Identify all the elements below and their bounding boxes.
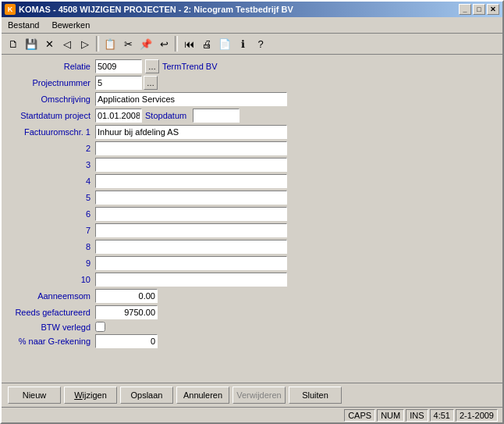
title-bar-title: K KOMAS - 4508 WIJZIGEN PROJECTEN - 2: N… [5, 4, 293, 15]
factuuromschr2-input[interactable] [95, 141, 287, 155]
factuuromschr4-input[interactable] [95, 174, 287, 188]
factuur10-row: 10 [9, 273, 495, 287]
toolbar-copyfiles[interactable]: 📋 [101, 35, 119, 52]
app-icon: K [5, 4, 16, 15]
factuur6-row: 6 [9, 207, 495, 221]
factuur9-row: 9 [9, 256, 495, 270]
nieuw-button[interactable]: Nieuw [8, 387, 61, 404]
factuuromschr7-input[interactable] [95, 223, 287, 237]
date-pane: 2-1-2009 [456, 409, 498, 422]
close-button[interactable]: ✕ [487, 4, 499, 15]
startdatum-input[interactable] [95, 109, 142, 123]
factuuromschr9-input[interactable] [95, 256, 287, 270]
btw-checkbox[interactable] [95, 322, 105, 332]
toolbar: 🗋 💾 ✕ ◁ ▷ 📋 ✂ 📌 ↩ ⏮ 🖨 📄 ℹ ? [2, 34, 502, 55]
factuuromschr10-input[interactable] [95, 273, 287, 287]
factuuromschr-label: Factuuromschr. 1 [9, 127, 95, 137]
annuleren-button[interactable]: Annuleren [176, 387, 229, 404]
reeds-input[interactable] [95, 305, 158, 319]
aanneemsom-input[interactable] [95, 289, 158, 303]
startdatum-label: Startdatum project [9, 111, 95, 120]
factuur5-label: 5 [9, 193, 95, 202]
time-pane: 4:51 [430, 409, 454, 422]
title-bar: K KOMAS - 4508 WIJZIGEN PROJECTEN - 2: N… [2, 2, 502, 17]
factuuromschr1-input[interactable] [95, 125, 287, 139]
factuur4-label: 4 [9, 176, 95, 186]
factuur7-row: 7 [9, 223, 495, 237]
menu-bestand[interactable]: Bestand [2, 19, 45, 31]
aanneemsom-label: Aanneemsom [9, 291, 95, 301]
stopdatum-label: Stopdatum [145, 111, 190, 120]
caps-pane: CAPS [344, 409, 375, 422]
projectnummer-label: Projectnummer [9, 78, 95, 87]
form-content: Relatie … TermTrend BV Projectnummer … O… [2, 55, 502, 383]
projectnummer-row: Projectnummer … [9, 76, 495, 90]
pct-row: % naar G-rekening [9, 334, 495, 348]
toolbar-sep2 [175, 36, 178, 52]
toolbar-back[interactable]: ◁ [59, 35, 76, 52]
status-bar: CAPS NUM INS 4:51 2-1-2009 [2, 407, 502, 422]
factuur8-row: 8 [9, 240, 495, 254]
aanneemsom-row: Aanneemsom [9, 289, 495, 303]
wijzigen-button[interactable]: Wijzigen [64, 387, 117, 404]
reeds-label: Reeds gefactureerd [9, 308, 95, 317]
toolbar-sep1 [96, 36, 99, 52]
minimize-button[interactable]: _ [459, 4, 471, 15]
relatie-inputs: … TermTrend BV [95, 59, 218, 73]
toolbar-cut[interactable]: ✂ [119, 35, 137, 52]
toolbar-paste[interactable]: 📌 [137, 35, 154, 52]
toolbar-info[interactable]: ℹ [234, 35, 251, 52]
toolbar-forward[interactable]: ▷ [76, 35, 94, 52]
factuur3-label: 3 [9, 160, 95, 169]
factuur1-row: Factuuromschr. 1 [9, 125, 495, 139]
toolbar-delete[interactable]: ✕ [41, 35, 58, 52]
maximize-button[interactable]: □ [473, 4, 485, 15]
num-pane: NUM [377, 409, 404, 422]
projectnummer-input[interactable] [95, 76, 142, 90]
pct-label: % naar G-rekening [9, 337, 95, 346]
factuur3-row: 3 [9, 158, 495, 172]
toolbar-save[interactable]: 💾 [23, 35, 40, 52]
toolbar-preview[interactable]: 📄 [216, 35, 233, 52]
factuuromschr3-input[interactable] [95, 158, 287, 172]
relatie-browse-button[interactable]: … [145, 59, 159, 73]
toolbar-new[interactable]: 🗋 [5, 35, 22, 52]
startdatum-row: Startdatum project Stopdatum [9, 109, 495, 123]
toolbar-print[interactable]: 🖨 [198, 35, 215, 52]
btw-label: BTW verlegd [9, 322, 95, 332]
toolbar-undo[interactable]: ↩ [155, 35, 172, 52]
relatie-name: TermTrend BV [162, 62, 218, 71]
factuuromschr5-input[interactable] [95, 191, 287, 205]
factuur7-label: 7 [9, 226, 95, 235]
btw-row: BTW verlegd [9, 322, 495, 332]
opslaan-button[interactable]: Opslaan [120, 387, 173, 404]
factuur5-row: 5 [9, 191, 495, 205]
omschrijving-input[interactable] [95, 92, 287, 106]
menu-bar: Bestand Bewerken [2, 17, 502, 34]
factuur6-label: 6 [9, 209, 95, 219]
ins-pane: INS [406, 409, 428, 422]
factuuromschr8-input[interactable] [95, 240, 287, 254]
projectnummer-browse-button[interactable]: … [144, 76, 158, 90]
pct-input[interactable] [95, 334, 158, 348]
window-title: KOMAS - 4508 WIJZIGEN PROJECTEN - 2: Nic… [19, 5, 293, 14]
datum-inputs: Stopdatum [95, 109, 240, 123]
reeds-row: Reeds gefactureerd [9, 305, 495, 319]
factuuromschr6-input[interactable] [95, 207, 287, 221]
omschrijving-row: Omschrijving [9, 92, 495, 106]
verwijderen-button[interactable]: Verwijderen [232, 387, 286, 404]
main-window: K KOMAS - 4508 WIJZIGEN PROJECTEN - 2: N… [0, 0, 504, 424]
menu-bewerken[interactable]: Bewerken [45, 19, 96, 31]
projectnummer-inputs: … [95, 76, 158, 90]
window-controls: _ □ ✕ [459, 4, 499, 15]
relatie-input[interactable] [95, 59, 142, 73]
factuur4-row: 4 [9, 174, 495, 188]
omschrijving-label: Omschrijving [9, 94, 95, 104]
toolbar-first[interactable]: ⏮ [180, 35, 197, 52]
relatie-label: Relatie [9, 62, 95, 71]
factuur9-label: 9 [9, 258, 95, 268]
sluiten-button[interactable]: Sluiten [289, 387, 342, 404]
stopdatum-input[interactable] [193, 109, 240, 123]
relatie-row: Relatie … TermTrend BV [9, 59, 495, 73]
toolbar-help[interactable]: ? [252, 35, 269, 52]
